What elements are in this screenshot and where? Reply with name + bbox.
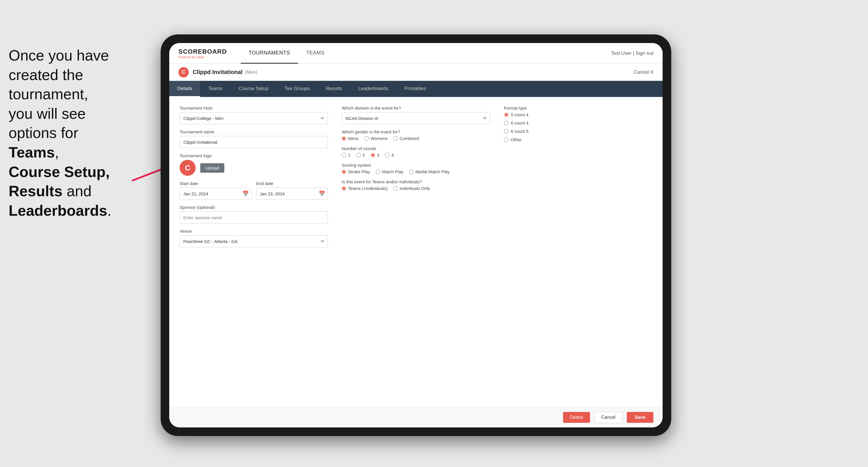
venue-label: Venue — [180, 229, 328, 234]
nav-links: TOURNAMENTS TEAMS — [241, 43, 611, 64]
gender-womens[interactable]: Womens — [364, 136, 388, 141]
tournament-host-select[interactable]: Clippd College - Men — [180, 112, 328, 124]
rounds-radio-group: 1 2 3 4 — [342, 153, 490, 157]
scoring-medal[interactable]: Medal Match Play — [409, 169, 450, 174]
main-content: Tournament Host Clippd College - Men Tou… — [169, 97, 662, 407]
logo-sub: Powered by clippd — [179, 55, 227, 59]
teams-plus-individuals[interactable]: Teams (+Individuals) — [342, 186, 388, 191]
tournament-name-group: Tournament name — [180, 129, 328, 148]
gender-group: Which gender is the event for? Mens Wome… — [342, 129, 490, 141]
format-radio-section: 5 count 4 6 count 4 6 count 5 — [504, 112, 652, 142]
individuals-only[interactable]: Individuals Only — [393, 186, 430, 191]
tab-course-setup[interactable]: Course Setup — [230, 81, 277, 97]
format-6count4[interactable]: 6 count 4 — [504, 121, 652, 125]
instruction-line2: created the — [9, 67, 83, 83]
tab-teams[interactable]: Teams — [200, 81, 230, 97]
division-group: Which division is the event for? NCAA Di… — [342, 105, 490, 124]
teams-individuals-label: Is this event for Teams and/or Individua… — [342, 179, 490, 184]
rounds-group: Number of rounds 1 2 — [342, 146, 490, 157]
instruction-leaderboards: Leaderboards — [9, 202, 107, 219]
format-6count5[interactable]: 6 count 5 — [504, 129, 652, 134]
scoring-stroke[interactable]: Stroke Play — [342, 169, 370, 174]
middle-column: Which division is the event for? NCAA Di… — [342, 105, 490, 247]
rounds-4[interactable]: 4 — [385, 153, 394, 157]
tournament-name-label: Tournament name — [180, 129, 328, 134]
logo-circle: C — [180, 160, 196, 176]
gender-radio-group: Mens Womens Combined — [342, 136, 490, 141]
format-5count4[interactable]: 5 count 4 — [504, 112, 652, 117]
tablet-device: SCOREBOARD Powered by clippd TOURNAMENTS… — [161, 34, 671, 436]
end-date-wrap: 📅 — [256, 188, 328, 200]
delete-button[interactable]: Delete — [563, 412, 590, 423]
tournament-cancel-btn[interactable]: Cancel X — [633, 69, 653, 75]
instruction-line5: options for — [9, 124, 78, 141]
nav-teams[interactable]: TEAMS — [298, 43, 333, 64]
cancel-button[interactable]: Cancel — [594, 412, 623, 423]
rounds-3[interactable]: 3 — [371, 153, 379, 157]
footer-bar: Delete Cancel Save — [169, 407, 662, 428]
tournament-logo-label: Tournament logo — [180, 153, 328, 158]
tab-printables[interactable]: Printables — [396, 81, 434, 97]
tournament-title: Clippd Invitational — [193, 69, 242, 75]
sponsor-input[interactable] — [180, 211, 328, 223]
division-select[interactable]: NCAA Division III — [342, 112, 490, 124]
end-date-input[interactable] — [256, 188, 328, 200]
start-date-label: Start date — [180, 181, 252, 186]
gender-combined[interactable]: Combined — [393, 136, 419, 141]
tournament-icon: C — [179, 67, 189, 77]
logo-scoreboard: SCOREBOARD — [179, 48, 227, 55]
gender-mens[interactable]: Mens — [342, 136, 359, 141]
instruction-comma: , — [55, 144, 59, 161]
user-area: Test User | Sign out — [611, 51, 653, 56]
instruction-line3: tournament, — [9, 86, 88, 102]
start-date-wrap: 📅 — [180, 188, 252, 200]
instruction-panel: Once you have created the tournament, yo… — [0, 40, 166, 226]
tab-leaderboards[interactable]: Leaderboards — [350, 81, 396, 97]
instruction-line1: Once you have — [9, 47, 109, 64]
instruction-coursesetup: Course Setup, — [9, 163, 110, 180]
instruction-teams: Teams — [9, 144, 55, 161]
left-column: Tournament Host Clippd College - Men Tou… — [180, 105, 328, 247]
scoring-group: Scoring system Stroke Play Match Play — [342, 163, 490, 174]
scoring-label: Scoring system — [342, 163, 490, 167]
start-date-group: Start date 📅 — [180, 181, 252, 200]
tab-tee-groups[interactable]: Tee Groups — [277, 81, 318, 97]
tournament-logo-group: Tournament logo C Upload — [180, 153, 328, 176]
tournament-subtitle: (Men) — [245, 69, 257, 75]
user-signout[interactable]: Test User | Sign out — [611, 51, 653, 56]
tournament-host-label: Tournament Host — [180, 105, 328, 111]
gender-label: Which gender is the event for? — [342, 129, 490, 134]
tablet-screen: SCOREBOARD Powered by clippd TOURNAMENTS… — [169, 43, 662, 428]
format-other[interactable]: Other — [504, 137, 652, 142]
start-date-icon: 📅 — [242, 190, 249, 197]
format-group: Format type 5 count 4 6 count 4 — [504, 105, 652, 142]
end-date-label: End date — [256, 181, 328, 186]
nav-tournaments[interactable]: TOURNAMENTS — [241, 43, 298, 64]
tournament-name-input[interactable] — [180, 136, 328, 148]
rounds-2[interactable]: 2 — [356, 153, 365, 157]
logo-upload-area: C Upload — [180, 160, 328, 176]
right-column: Format type 5 count 4 6 count 4 — [504, 105, 652, 247]
venue-select[interactable]: Peachtree GC - Atlanta - GA — [180, 235, 328, 247]
instruction-and: and — [63, 183, 92, 199]
tab-details[interactable]: Details — [169, 81, 200, 97]
logo-area: SCOREBOARD Powered by clippd — [179, 48, 227, 59]
app-navbar: SCOREBOARD Powered by clippd TOURNAMENTS… — [169, 43, 662, 64]
rounds-1[interactable]: 1 — [342, 153, 350, 157]
format-label: Format type — [504, 105, 652, 111]
end-date-icon: 📅 — [319, 190, 325, 197]
start-date-input[interactable] — [180, 188, 252, 200]
division-label: Which division is the event for? — [342, 105, 490, 111]
scoring-radio-group: Stroke Play Match Play Medal Match Play — [342, 169, 490, 174]
sponsor-group: Sponsor (optional) — [180, 205, 328, 223]
end-date-group: End date 📅 — [256, 181, 328, 200]
teams-individuals-radio-group: Teams (+Individuals) Individuals Only — [342, 186, 490, 191]
tournament-host-group: Tournament Host Clippd College - Men — [180, 105, 328, 124]
save-button[interactable]: Save — [627, 412, 653, 423]
rounds-label: Number of rounds — [342, 146, 490, 151]
upload-button[interactable]: Upload — [200, 163, 224, 173]
scoring-match[interactable]: Match Play — [376, 169, 403, 174]
venue-group: Venue Peachtree GC - Atlanta - GA — [180, 229, 328, 247]
tabs-bar: Details Teams Course Setup Tee Groups Re… — [169, 81, 662, 97]
tab-results[interactable]: Results — [318, 81, 350, 97]
